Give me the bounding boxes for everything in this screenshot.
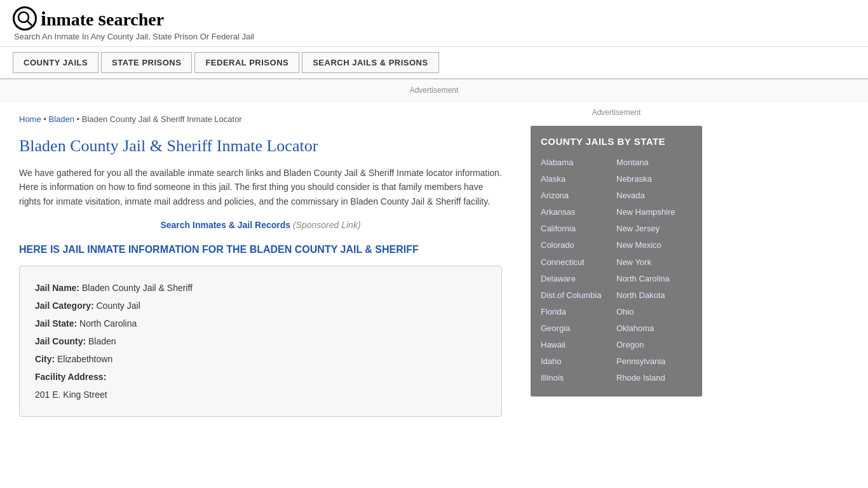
state-box-title: COUNTY JAILS BY STATE (541, 136, 692, 147)
state-link[interactable]: Alabama (541, 154, 616, 171)
state-col-right: MontanaNebraskaNevadaNew HampshireNew Je… (616, 154, 692, 386)
breadcrumb: Home • Bladen • Bladen County Jail & She… (19, 114, 502, 124)
state-link[interactable]: California (541, 220, 616, 237)
state-link[interactable]: Idaho (541, 353, 616, 370)
state-link[interactable]: Montana (616, 154, 692, 171)
state-link[interactable]: Nebraska (616, 171, 692, 187)
state-link[interactable]: Oregon (616, 337, 692, 353)
svg-point-0 (18, 12, 29, 22)
state-link[interactable]: Pennsylvania (616, 353, 692, 370)
sidebar-ad: Advertisement (531, 108, 702, 117)
nav-item-state-prisons[interactable]: STATE PRISONS (101, 52, 192, 73)
nav-item-federal-prisons[interactable]: FEDERAL PRISONS (194, 52, 299, 73)
state-link[interactable]: Georgia (541, 320, 616, 337)
svg-line-1 (27, 21, 32, 25)
nav-item-search[interactable]: SEARCH JAILS & PRISONS (302, 52, 438, 73)
logo-text: inmate searcher (41, 7, 164, 30)
main-layout: Home • Bladen • Bladen County Jail & She… (0, 102, 868, 430)
sponsored-tag: (Sponsored Link) (293, 220, 361, 230)
info-label-address: Facility Address: (35, 372, 106, 382)
info-row-county: Jail County: Bladen (35, 332, 486, 350)
state-link[interactable]: Connecticut (541, 254, 616, 271)
state-link[interactable]: New Jersey (616, 220, 692, 237)
header: inmate searcher Search An Inmate In Any … (0, 0, 868, 47)
state-link[interactable]: Dist.of Columbia (541, 287, 616, 304)
state-col-left: AlabamaAlaskaArizonaArkansasCaliforniaCo… (541, 154, 616, 386)
info-row-category: Jail Category: County Jail (35, 297, 486, 315)
state-columns: AlabamaAlaskaArizonaArkansasCaliforniaCo… (541, 154, 692, 386)
state-link[interactable]: Arkansas (541, 204, 616, 220)
state-link[interactable]: North Dakota (616, 287, 692, 304)
info-label-county: Jail County: (35, 336, 86, 346)
state-box: COUNTY JAILS BY STATE AlabamaAlaskaArizo… (531, 126, 702, 396)
nav-link-state-prisons[interactable]: STATE PRISONS (101, 52, 192, 73)
info-value-address: 201 E. King Street (35, 390, 107, 400)
state-link[interactable]: Delaware (541, 271, 616, 287)
state-link[interactable]: North Carolina (616, 271, 692, 287)
nav-bar: COUNTY JAILS STATE PRISONS FEDERAL PRISO… (0, 47, 868, 79)
info-row-city: City: Elizabethtown (35, 350, 486, 368)
description: We have gathered for you all the availab… (19, 166, 502, 208)
info-value-county: Bladen (88, 336, 116, 346)
nav-item-county-jails[interactable]: COUNTY JAILS (13, 52, 98, 73)
nav-link-federal-prisons[interactable]: FEDERAL PRISONS (194, 52, 299, 73)
info-value-state: North Carolina (79, 318, 137, 329)
nav-list: COUNTY JAILS STATE PRISONS FEDERAL PRISO… (13, 52, 855, 73)
nav-link-search[interactable]: SEARCH JAILS & PRISONS (302, 52, 438, 73)
logo-icon (13, 6, 37, 30)
sponsored-link[interactable]: Search Inmates & Jail Records (160, 220, 290, 230)
info-card: Jail Name: Bladen County Jail & Sheriff … (19, 266, 502, 417)
logo-area: inmate searcher (13, 6, 855, 30)
info-row-state: Jail State: North Carolina (35, 315, 486, 332)
breadcrumb-parent[interactable]: Bladen (48, 114, 74, 124)
info-label-state: Jail State: (35, 318, 77, 329)
state-link[interactable]: New Hampshire (616, 204, 692, 220)
state-link[interactable]: Illinois (541, 370, 616, 386)
info-row-address-value: 201 E. King Street (35, 386, 486, 403)
breadcrumb-home[interactable]: Home (19, 114, 41, 124)
state-link[interactable]: New York (616, 254, 692, 271)
info-value-city: Elizabethtown (57, 354, 112, 364)
state-link[interactable]: Ohio (616, 304, 692, 320)
sidebar: Advertisement COUNTY JAILS BY STATE Alab… (521, 102, 712, 430)
info-value-jail-name: Bladen County Jail & Sheriff (82, 283, 193, 293)
state-link[interactable]: New Mexico (616, 237, 692, 254)
state-link[interactable]: Arizona (541, 187, 616, 204)
info-row-address-label: Facility Address: (35, 368, 486, 386)
info-label-jail-name: Jail Name: (35, 283, 79, 293)
state-link[interactable]: Nevada (616, 187, 692, 204)
state-link[interactable]: Colorado (541, 237, 616, 254)
info-section-title: HERE IS JAIL INMATE INFORMATION FOR THE … (19, 244, 502, 255)
breadcrumb-current: Bladen County Jail & Sheriff Inmate Loca… (82, 114, 242, 124)
info-label-category: Jail Category: (35, 301, 94, 311)
page-title: Bladen County Jail & Sheriff Inmate Loca… (19, 137, 502, 156)
state-link[interactable]: Oklahoma (616, 320, 692, 337)
state-link[interactable]: Florida (541, 304, 616, 320)
info-label-city: City: (35, 354, 55, 364)
ad-banner: Advertisement (0, 79, 868, 102)
sponsored-link-area: Search Inmates & Jail Records (Sponsored… (19, 220, 502, 230)
state-link[interactable]: Rhode Island (616, 370, 692, 386)
state-link[interactable]: Hawaii (541, 337, 616, 353)
state-link[interactable]: Alaska (541, 171, 616, 187)
nav-link-county-jails[interactable]: COUNTY JAILS (13, 52, 98, 73)
info-value-category: County Jail (96, 301, 140, 311)
info-row-jail-name: Jail Name: Bladen County Jail & Sheriff (35, 279, 486, 297)
content-area: Home • Bladen • Bladen County Jail & She… (0, 102, 521, 430)
tagline: Search An Inmate In Any County Jail, Sta… (14, 32, 855, 41)
